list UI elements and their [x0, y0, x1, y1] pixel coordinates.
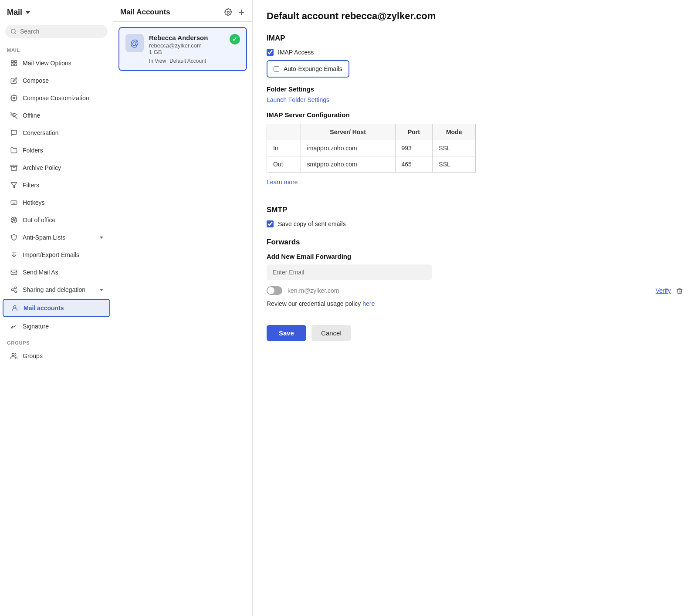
sidebar-item-signature[interactable]: Signature — [3, 318, 110, 335]
offline-icon — [10, 111, 18, 120]
sidebar-item-out-of-office[interactable]: Out of office — [3, 212, 110, 228]
row-direction: Out — [267, 156, 301, 173]
credential-here-link[interactable]: here — [362, 300, 375, 307]
imap-section: IMAP IMAP Access Auto-Expunge Emails Fol… — [267, 34, 683, 193]
sidebar-item-offline[interactable]: Offline — [3, 107, 110, 124]
sidebar-item-mail-accounts[interactable]: Mail accounts — [3, 299, 110, 317]
avatar-char: @ — [130, 38, 139, 48]
sidebar-label: Archive Policy — [23, 164, 61, 171]
auto-expunge-label[interactable]: Auto-Expunge Emails — [284, 65, 342, 72]
smtp-save-copy-row: Save copy of sent emails — [267, 220, 683, 227]
table-row: In imappro.zoho.com 993 SSL — [267, 140, 476, 156]
save-button[interactable]: Save — [267, 325, 306, 341]
svg-point-22 — [14, 306, 16, 308]
folder-settings-heading: Folder Settings — [267, 85, 683, 93]
smtp-heading: SMTP — [267, 206, 683, 214]
app-title[interactable]: Mail — [7, 8, 106, 17]
sidebar-item-import-export[interactable]: Import/Export Emails — [3, 247, 110, 263]
toggle-knob — [267, 287, 274, 294]
imap-access-label[interactable]: IMAP Access — [278, 49, 314, 56]
imap-config-table: Server/ Host Port Mode In imappro.zoho.c… — [267, 124, 476, 173]
verify-link[interactable]: Verify — [656, 287, 671, 294]
app-title-chevron — [26, 11, 30, 14]
table-header-direction — [267, 124, 301, 140]
forward-entry: ken.m@zylker.com Verify — [267, 286, 683, 295]
auto-expunge-box: Auto-Expunge Emails — [267, 60, 349, 78]
credential-text: Review our credential usage policy here — [267, 300, 683, 307]
forward-toggle[interactable] — [267, 286, 282, 295]
sidebar-item-anti-spam-lists[interactable]: Anti-Spam Lists — [3, 229, 110, 246]
import-export-icon — [10, 250, 18, 259]
learn-more-link[interactable]: Learn more — [267, 179, 298, 186]
page-title: Default account rebecca@zylker.com — [267, 10, 683, 22]
svg-point-6 — [13, 97, 15, 99]
svg-line-20 — [13, 290, 15, 291]
sidebar-label: Filters — [23, 182, 39, 189]
account-tag-in-view[interactable]: In View — [149, 58, 166, 64]
action-buttons: Save Cancel — [267, 325, 683, 341]
chevron-down-icon — [100, 237, 103, 239]
grid-icon — [10, 59, 18, 68]
svg-rect-3 — [14, 61, 17, 63]
hotkeys-icon — [10, 198, 18, 207]
sidebar-item-conversation[interactable]: Conversation — [3, 125, 110, 141]
divider — [267, 316, 683, 316]
row-direction: In — [267, 140, 301, 156]
middle-header-actions — [224, 8, 245, 16]
sidebar-label: Mail accounts — [24, 305, 64, 311]
account-card[interactable]: @ Rebecca Anderson rebecca@zylker.com 1 … — [118, 27, 247, 71]
sidebar-item-archive-policy[interactable]: Archive Policy — [3, 159, 110, 176]
table-header-host: Server/ Host — [301, 124, 395, 140]
save-copy-label[interactable]: Save copy of sent emails — [278, 220, 346, 227]
forwards-section: Forwards Add New Email Forwarding ken.m@… — [267, 238, 683, 341]
smtp-section: SMTP Save copy of sent emails — [267, 206, 683, 227]
imap-server-config-heading: IMAP Server Configuration — [267, 111, 683, 118]
delete-forward-icon[interactable] — [676, 287, 683, 294]
shield-icon — [10, 233, 18, 242]
sidebar-label: Anti-Spam Lists — [23, 234, 65, 241]
account-verified-check — [230, 34, 240, 44]
cancel-button[interactable]: Cancel — [311, 325, 351, 341]
signature-icon — [10, 322, 18, 331]
sidebar-item-groups[interactable]: Groups — [3, 348, 110, 364]
filter-icon — [10, 181, 18, 190]
sidebar-label: Import/Export Emails — [23, 251, 79, 258]
sidebar-item-filters[interactable]: Filters — [3, 177, 110, 193]
sidebar-label: Sharing and delegation — [23, 286, 85, 293]
sidebar-item-compose-customization[interactable]: Compose Customization — [3, 90, 110, 106]
row-host: smtppro.zoho.com — [301, 156, 395, 173]
send-mail-icon — [10, 268, 18, 277]
sidebar-item-compose[interactable]: Compose — [3, 72, 110, 89]
save-copy-checkbox[interactable] — [267, 220, 274, 227]
sidebar-item-send-mail-as[interactable]: Send Mail As — [3, 264, 110, 281]
check-icon — [230, 34, 240, 44]
account-tag-default[interactable]: Default Account — [169, 58, 206, 64]
svg-point-24 — [227, 11, 230, 14]
row-port: 465 — [395, 156, 433, 173]
sidebar-item-mail-view-options[interactable]: Mail View Options — [3, 55, 110, 71]
row-port: 993 — [395, 140, 433, 156]
account-tags: In View Default Account — [149, 58, 224, 64]
launch-folder-settings-link[interactable]: Launch Folder Settings — [267, 96, 329, 103]
sidebar-label: Folders — [23, 147, 43, 154]
auto-expunge-checkbox[interactable] — [274, 66, 279, 72]
sidebar-label: Groups — [23, 352, 43, 359]
settings-button[interactable] — [224, 8, 232, 16]
sidebar-item-sharing-delegation[interactable]: Sharing and delegation — [3, 281, 110, 298]
add-forwarding-heading: Add New Email Forwarding — [267, 253, 683, 260]
forwarding-email-input[interactable] — [267, 264, 432, 280]
imap-access-checkbox[interactable] — [267, 49, 274, 56]
sidebar-label: Out of office — [23, 217, 55, 223]
add-account-button[interactable] — [237, 8, 245, 16]
svg-line-1 — [15, 33, 16, 34]
sidebar-item-hotkeys[interactable]: Hotkeys — [3, 194, 110, 211]
sidebar-label: Signature — [23, 323, 49, 330]
sidebar-label: Compose Customization — [23, 95, 89, 102]
middle-panel: Mail Accounts @ Rebecca Anderson rebecca… — [113, 0, 253, 616]
forward-email-address: ken.m@zylker.com — [288, 287, 339, 294]
account-size: 1 GB — [149, 49, 224, 55]
search-input[interactable] — [20, 28, 102, 35]
sidebar-item-folders[interactable]: Folders — [3, 142, 110, 159]
svg-marker-11 — [11, 183, 17, 188]
account-info: Rebecca Anderson rebecca@zylker.com 1 GB… — [149, 34, 224, 64]
